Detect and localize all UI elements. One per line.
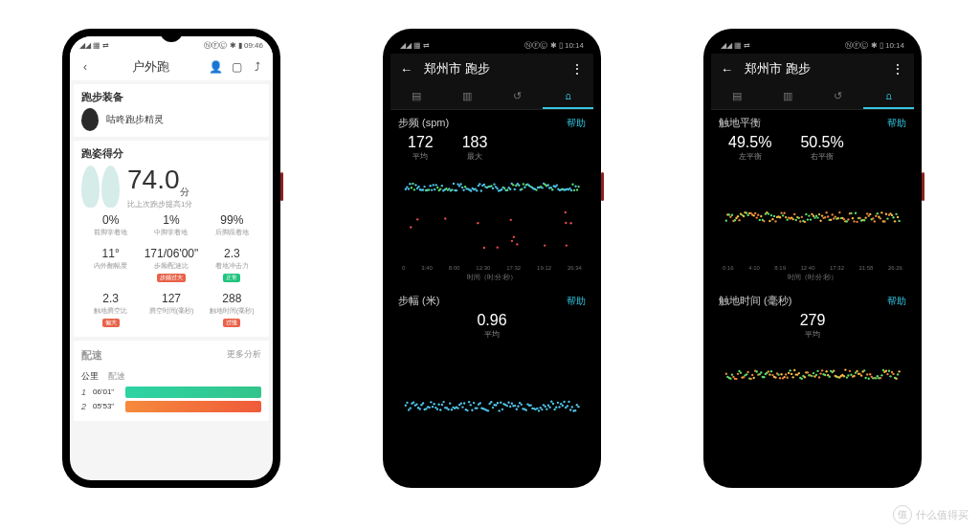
svg-point-343 (868, 215, 870, 217)
pace-bar (125, 386, 261, 398)
svg-point-81 (523, 183, 524, 185)
svg-point-347 (874, 220, 876, 222)
device-card: 跑步装备 咕咚跑步精灵 (74, 84, 269, 137)
svg-point-269 (760, 215, 762, 217)
screen: ◢◢ ▦ ⇄ ⓃⒻⒸ ✱ ▮ 09:46 ‹ 户外跑 👤 ▢ ⤴ 跑步装备 咕咚… (70, 36, 273, 480)
chart-canvas (719, 169, 906, 265)
svg-point-249 (731, 214, 733, 216)
svg-point-7 (414, 184, 416, 186)
tab-4[interactable]: ⩍ (863, 84, 914, 109)
svg-point-24 (439, 188, 441, 189)
svg-point-477 (888, 370, 890, 372)
svg-point-396 (770, 370, 772, 372)
svg-point-304 (811, 213, 813, 215)
svg-point-266 (756, 216, 758, 218)
tab-2[interactable]: ▥ (441, 84, 492, 109)
svg-point-238 (568, 401, 569, 403)
tab-1[interactable]: ▤ (711, 84, 762, 109)
svg-point-174 (466, 409, 468, 411)
back-icon[interactable]: ← (400, 62, 412, 77)
svg-point-264 (753, 214, 755, 216)
tab-3[interactable]: ↺ (813, 84, 863, 109)
svg-point-201 (509, 406, 511, 408)
help-link[interactable]: 帮助 (887, 117, 906, 130)
svg-point-463 (868, 378, 870, 380)
svg-point-342 (866, 212, 868, 214)
tab-km[interactable]: 公里 (81, 370, 99, 383)
help-link[interactable]: 帮助 (887, 295, 906, 308)
svg-point-144 (419, 408, 421, 409)
svg-point-282 (779, 216, 781, 218)
svg-point-431 (821, 369, 823, 371)
help-link[interactable]: 帮助 (567, 295, 586, 308)
svg-point-391 (763, 376, 765, 378)
svg-point-370 (732, 376, 734, 378)
svg-point-37 (458, 185, 460, 187)
svg-point-279 (774, 220, 776, 222)
svg-point-100 (550, 187, 552, 188)
posture-section-title: 跑姿得分 (81, 146, 261, 161)
svg-point-478 (889, 375, 891, 377)
share-icon[interactable]: ⤴ (250, 59, 265, 75)
status-left: ◢◢ ▦ ⇄ (721, 41, 750, 50)
svg-point-38 (459, 183, 461, 185)
back-icon[interactable]: ← (721, 62, 733, 77)
more-link[interactable]: 更多分析 (227, 348, 261, 366)
tab-1[interactable]: ▤ (390, 84, 441, 109)
svg-point-74 (512, 184, 514, 186)
svg-point-129 (513, 236, 515, 238)
svg-point-323 (838, 211, 840, 213)
svg-point-315 (827, 215, 829, 217)
svg-point-163 (449, 403, 451, 405)
svg-point-126 (410, 226, 412, 228)
svg-point-248 (729, 216, 731, 218)
tab-2[interactable]: ▥ (762, 84, 813, 109)
svg-point-265 (754, 212, 756, 214)
chart-canvas (398, 347, 586, 424)
power-button (922, 172, 924, 201)
user-icon[interactable]: 👤 (208, 59, 223, 75)
svg-point-285 (783, 212, 785, 214)
svg-point-326 (843, 218, 845, 220)
svg-point-276 (770, 214, 772, 216)
more-icon[interactable]: ⋮ (891, 61, 904, 77)
svg-point-138 (410, 407, 412, 409)
svg-point-30 (448, 188, 450, 189)
svg-point-240 (571, 406, 573, 408)
metric: 11°内外翻幅度 (81, 243, 140, 286)
svg-point-32 (451, 188, 453, 190)
device-name: 咕咚跑步精灵 (106, 113, 164, 126)
svg-point-177 (471, 409, 473, 411)
app-header: ‹ 户外跑 👤 ▢ ⤴ (70, 54, 273, 80)
tab-3[interactable]: ↺ (492, 84, 543, 109)
svg-point-63 (496, 188, 498, 189)
svg-point-373 (737, 373, 739, 375)
svg-point-190 (492, 407, 494, 409)
phone-right: ◢◢ ▦ ⇄ ⓃⒻⒸ ✱ ▯ 10:14 ← 郑州市 跑步 ⋮ ▤ ▥ ↺ ⩍ … (703, 29, 922, 488)
svg-point-239 (569, 409, 571, 410)
more-icon[interactable]: ⋮ (570, 61, 584, 77)
svg-point-461 (864, 377, 866, 379)
svg-point-127 (444, 217, 446, 219)
back-icon[interactable]: ‹ (78, 59, 93, 75)
svg-point-70 (506, 189, 508, 191)
svg-point-296 (799, 220, 801, 222)
camera-icon[interactable]: ▢ (229, 59, 244, 75)
svg-point-469 (877, 375, 879, 377)
svg-point-267 (757, 214, 759, 216)
svg-point-259 (746, 211, 747, 213)
svg-point-287 (786, 218, 788, 220)
tab-4[interactable]: ⩍ (543, 84, 593, 109)
svg-point-449 (847, 374, 849, 376)
svg-point-18 (431, 188, 433, 190)
help-link[interactable]: 帮助 (567, 117, 586, 130)
svg-point-206 (517, 406, 519, 408)
svg-point-468 (875, 377, 877, 379)
svg-point-471 (880, 377, 881, 379)
svg-point-377 (743, 376, 745, 378)
svg-point-368 (729, 378, 731, 380)
svg-point-172 (463, 402, 465, 404)
svg-point-346 (872, 217, 874, 219)
tab-pace[interactable]: 配速 (108, 370, 125, 383)
svg-point-446 (843, 375, 845, 377)
